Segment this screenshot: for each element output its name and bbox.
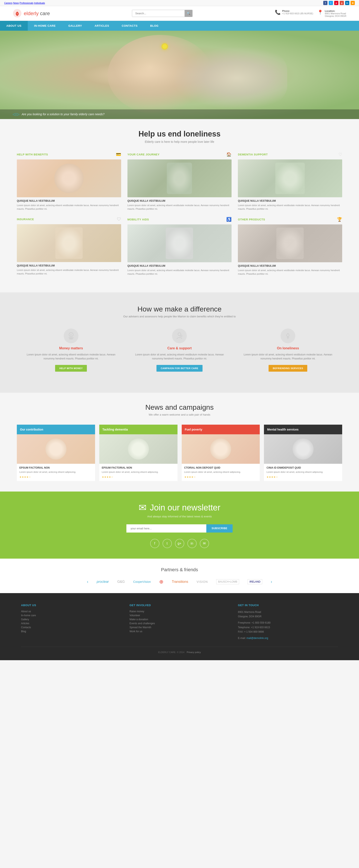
search-bar[interactable]: 🔍 — [132, 10, 192, 17]
phone-info: 📞 Phone: +1 919 603 6615 (85-NURSE) — [275, 10, 313, 17]
footer-link-blog[interactable]: Blog — [21, 630, 121, 633]
news-header-dementia: Tackling dementia — [99, 425, 178, 434]
newsletter-mail-icon[interactable]: ✉ — [200, 539, 209, 548]
phone-number: +1 919 603 6615 (85-NURSE) — [282, 12, 313, 15]
top-bar: Careers News Professionals Individuals f… — [0, 0, 359, 6]
service-img-journey — [127, 159, 232, 197]
newsletter-subscribe-button[interactable]: SUBSCRIBE — [206, 524, 233, 532]
diff-desc-money: Lorem ipsum dolor sit amet, actecing eli… — [21, 353, 121, 361]
nav-blog[interactable]: BLOG — [144, 21, 165, 31]
footer-contact-col: GET IN TOUCH 8901 Marmora Road Glasgow, … — [238, 603, 338, 641]
news-grid: Our contribution EPSUM FACTORIAL NON Lor… — [17, 425, 342, 481]
footer-link-inhome[interactable]: In-home care — [21, 614, 121, 617]
individuals-link[interactable]: Individuals — [34, 2, 45, 4]
footer-fax-label: FAX: — [238, 630, 243, 633]
footer-link-raise[interactable]: Raise money — [129, 610, 230, 613]
footer-link-warmth[interactable]: Spread the Warmth — [129, 626, 230, 629]
footer-link-about-us[interactable]: About us — [21, 610, 121, 613]
news-header-contribution: Our contribution — [17, 425, 95, 434]
hero-arrows-icon: ◁ ▷ — [12, 112, 20, 117]
phone-label: Phone: — [282, 10, 313, 12]
service-icon-benefits: 💳 — [116, 152, 121, 157]
news-link[interactable]: News — [13, 2, 19, 4]
campaign-better-care-button[interactable]: CAMPAIGN FOR BETTER CARE — [156, 365, 203, 372]
service-heading-journey: QUISQUE NULLA VESTIBULUM — [127, 199, 232, 202]
footer-link-contacts[interactable]: Contacts — [21, 626, 121, 629]
footer-link-events[interactable]: Events and challenges — [129, 622, 230, 625]
partners-prev-button[interactable]: ‹ — [87, 579, 88, 584]
nav-contacts[interactable]: CONTACTS — [116, 21, 144, 31]
footer-link-articles[interactable]: Articles — [21, 622, 121, 625]
footer-email-label: E-mail: — [238, 637, 246, 640]
footer-fax: + 1 504 869 9898 — [244, 630, 264, 633]
newsletter-twitter-icon[interactable]: t — [162, 539, 172, 548]
befriending-services-button[interactable]: BEFRIENDING SERVICES — [269, 365, 307, 372]
site-header: + elderly care 🔍 📞 Phone: +1 919 603 661… — [0, 6, 359, 21]
newsletter-section: ✉ Join our newsletter And always stay in… — [0, 492, 359, 559]
footer-address: 8901 Marmora Road — [238, 610, 338, 615]
careers-link[interactable]: Careers — [4, 2, 12, 4]
footer-bottom: ELDERLY CARE. © 2014 Privacy policy — [21, 647, 338, 654]
news-card-title-dementia: EPSUM FACTORIAL NON — [102, 466, 175, 469]
difference-subtitle: Our advisers and assessors help people l… — [21, 315, 338, 318]
partner-transitions: Transitions — [172, 580, 188, 584]
newsletter-linkedin-icon[interactable]: in — [187, 539, 197, 548]
news-title: News and campaigns — [17, 403, 342, 411]
partner-proclear: proclear — [97, 580, 109, 584]
footer-grid: ABOUT US About us In-home care Gallery A… — [21, 603, 338, 641]
news-card-title-poverty: CTORIAL NON DEPOSIT QUID — [184, 466, 258, 469]
main-title: Help us end loneliness — [17, 129, 342, 138]
newsletter-title: ✉ Join our newsletter — [21, 502, 338, 513]
service-heading-products: QUISQUE NULLA VESTIBULUM — [238, 265, 342, 267]
footer-link-work[interactable]: Work for us — [129, 630, 230, 633]
hero-overlay: ◁ ▷ Are you looking for a solution to yo… — [0, 110, 359, 119]
twitter-icon[interactable]: t — [329, 1, 333, 5]
nav-in-home-care[interactable]: IN-HOME CARE — [28, 21, 62, 31]
footer-link-donate[interactable]: Make a donation — [129, 618, 230, 621]
news-card-title-mental: CINIA ID ENMDEPOSIT QUID — [266, 466, 340, 469]
main-section: Help us end loneliness Elderly care is h… — [0, 119, 359, 292]
location-address: 8901 Marmora Road — [325, 12, 347, 15]
logo-icon: + — [12, 9, 22, 18]
contact-info: 📞 Phone: +1 919 603 6615 (85-NURSE) 📍 Lo… — [275, 10, 347, 17]
nav-about-us[interactable]: ABOUT US — [0, 21, 28, 31]
partners-next-button[interactable]: › — [271, 579, 272, 584]
service-icon-insurance: 🛡 — [117, 217, 121, 222]
footer-freephone-label: Freephone: — [238, 621, 251, 624]
linkedin-icon[interactable]: in — [345, 1, 349, 5]
service-heading-insurance: QUISQUE NULLA VESTIBULUM — [17, 264, 121, 267]
facebook-icon[interactable]: f — [323, 1, 327, 5]
service-icon-mobility: ♿ — [226, 217, 232, 222]
rss-icon[interactable]: ⊕ — [351, 1, 355, 5]
help-money-button[interactable]: HELP WITH MONEY — [55, 365, 87, 372]
svg-text:+: + — [17, 12, 18, 15]
news-stars-dementia: ★★★★☆ — [102, 475, 175, 478]
service-desc-mobility: Lorem ipsum dolor sit amet, actecing eli… — [127, 269, 232, 276]
newsletter-googleplus-icon[interactable]: g+ — [175, 539, 184, 548]
footer-email[interactable]: mail@demolink.org — [246, 637, 268, 640]
footer-link-volunteer[interactable]: Volunteer — [129, 614, 230, 617]
search-button[interactable]: 🔍 — [185, 10, 192, 17]
professionals-link[interactable]: Professionals — [20, 2, 33, 4]
news-card-mental: Mental health services CINIA ID ENMDEPOS… — [264, 425, 342, 481]
nav-articles[interactable]: ARTICLES — [88, 21, 116, 31]
news-stars-contribution: ★★★★☆ — [19, 475, 93, 478]
google-plus-icon[interactable]: g — [340, 1, 344, 5]
footer-link-gallery[interactable]: Gallery — [21, 618, 121, 621]
service-title-products: OTHER PRODUCTS — [238, 218, 265, 221]
newsletter-email-input[interactable] — [126, 524, 206, 532]
mail-icon: ✉ — [139, 502, 147, 513]
news-card-dementia: Tackling dementia EPSUM FACTORIAL NON Lo… — [99, 425, 178, 481]
pinterest-icon[interactable]: p — [334, 1, 338, 5]
service-desc-benefits: Lorem ipsum dolor sit amet, actecing eli… — [17, 204, 121, 211]
partner-bausch: BAUSCH+LOMB — [216, 579, 239, 584]
search-input[interactable] — [132, 10, 185, 17]
privacy-policy-link[interactable]: Privacy policy — [187, 651, 201, 653]
logo[interactable]: + elderly care — [12, 9, 50, 18]
diff-desc-loneliness: Lorem ipsum dolor sit amet, actecing eli… — [238, 353, 338, 361]
newsletter-facebook-icon[interactable]: f — [150, 539, 159, 548]
footer-touch-title: GET IN TOUCH — [238, 603, 338, 607]
partner-cooper: CooperVision — [133, 580, 151, 583]
footer-copyright: ELDERLY CARE. © 2014 Privacy policy — [158, 651, 201, 653]
nav-gallery[interactable]: GALLERY — [62, 21, 88, 31]
